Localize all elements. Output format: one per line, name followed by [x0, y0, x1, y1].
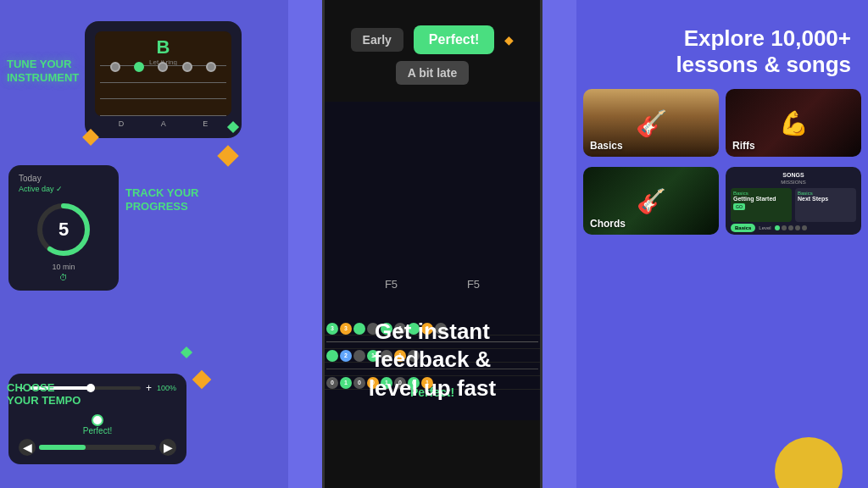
next-steps-label: Next Steps — [798, 196, 854, 202]
lesson-card-chords[interactable]: 🎸 Chords — [583, 167, 719, 235]
progress-circle: 5 — [34, 200, 93, 259]
string-labels: D A E — [95, 116, 231, 128]
chords-label: Chords — [590, 218, 626, 230]
feedback-row: Early Perfect! ◆ — [351, 25, 515, 54]
note-labels-row: F5 F5 — [325, 271, 540, 297]
songs-label: SONGS — [731, 172, 856, 178]
right-headline: Explore 10,000+ lessons & songs — [676, 25, 851, 78]
level-label: Level — [759, 225, 771, 230]
getting-started-label: Getting Started — [733, 196, 789, 202]
missions-label: MISSIONS — [731, 180, 856, 185]
late-label: A bit late — [396, 61, 470, 85]
left-panel: TUNE YOURINSTRUMENT B Let it ring D — [0, 0, 288, 488]
tablet-mockup: SONGS MISSIONS Basics Getting Started GO… — [726, 167, 861, 235]
note-display: B — [157, 36, 170, 58]
basics-label: Basics — [590, 140, 623, 152]
progress-card: Today Active day ✓ 5 10 min ⏱ — [8, 165, 119, 291]
basics-level-row: Basics Level — [731, 222, 856, 232]
diamond-decoration-2 — [217, 145, 238, 166]
dot-3 — [788, 225, 793, 230]
basics-chip: Basics — [731, 224, 755, 232]
note-f5-1: F5 — [385, 278, 398, 291]
diamond-3 — [192, 370, 212, 390]
next-button[interactable]: ▶ — [159, 439, 176, 456]
track-label: TRACK YOURPROGRESS — [125, 186, 198, 213]
lesson-card-riffs[interactable]: 💪 Riffs — [726, 89, 861, 157]
fretboard: B Let it ring — [95, 31, 231, 116]
right-panel: Explore 10,000+ lessons & songs 🎸 Basics… — [576, 0, 868, 488]
perfect-label: Perfect! — [414, 25, 495, 54]
tune-card: B Let it ring D A E — [85, 21, 242, 138]
dot-4 — [795, 225, 800, 230]
today-label: Today — [19, 174, 108, 183]
diamond-teal-2 — [181, 347, 192, 358]
dot-5 — [802, 225, 807, 230]
diamond-icon: ◆ — [504, 33, 514, 47]
lesson-card-basics[interactable]: 🎸 Basics — [583, 89, 719, 157]
riffs-label: Riffs — [732, 140, 755, 152]
feedback-area: Early Perfect! ◆ A bit late — [325, 25, 540, 85]
go-button[interactable]: GO — [733, 203, 745, 210]
next-steps-card[interactable]: Basics Next Steps — [795, 188, 856, 222]
progress-number: 5 — [58, 219, 69, 241]
note-f5-2: F5 — [467, 278, 480, 291]
tune-label: TUNE YOURINSTRUMENT — [7, 58, 79, 84]
plus-icon: + — [146, 382, 152, 394]
dot-1 — [775, 225, 780, 230]
clock-icon: ⏱ — [19, 273, 108, 282]
tempo-perfect-label: Perfect! — [19, 426, 176, 435]
dot-2 — [782, 225, 787, 230]
phone-frame: Early Perfect! ◆ A bit late 5× F5 F5 3 3 — [322, 0, 542, 488]
big-feedback-text: Get instant feedback & level up fast — [288, 318, 576, 403]
tempo-label: CHOOSEYOUR TEMPO — [7, 381, 81, 408]
middle-panel: Early Perfect! ◆ A bit late 5× F5 F5 3 3 — [288, 0, 576, 488]
tempo-progress-track — [39, 445, 156, 450]
level-dots — [775, 225, 807, 230]
early-label: Early — [351, 28, 403, 52]
tempo-bar-row: ◀ ▶ — [19, 439, 176, 456]
lesson-grid: 🎸 Basics 💪 Riffs 🎸 Chords SONGS MISSIONS… — [583, 89, 861, 235]
active-label: Active day ✓ — [19, 185, 108, 193]
progress-min-label: 10 min — [19, 263, 108, 271]
yellow-circle-decoration — [775, 437, 843, 488]
prev-button[interactable]: ◀ — [19, 439, 36, 456]
getting-started-card[interactable]: Basics Getting Started GO — [731, 188, 792, 222]
speed-label: 100% — [157, 384, 176, 392]
